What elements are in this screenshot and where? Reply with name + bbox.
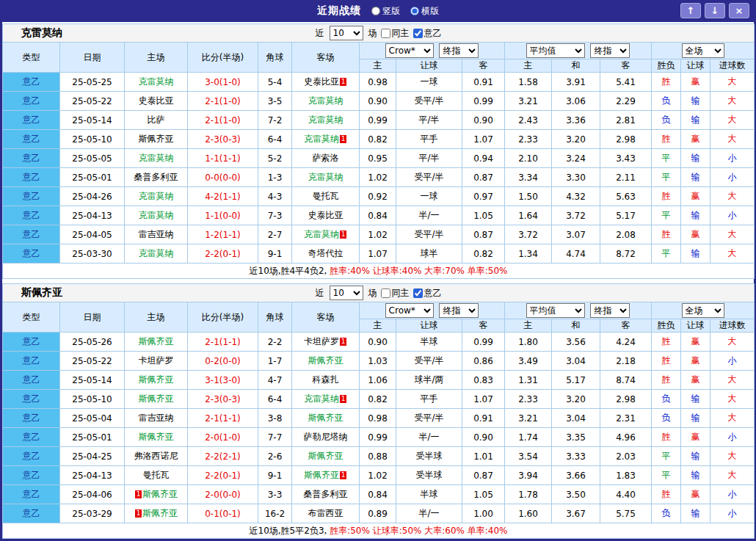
corners-cell: 7-7	[258, 428, 292, 447]
league-filter[interactable]: 意乙	[413, 27, 442, 40]
results-table: 克雷莫纳 近 10 场 同主 意乙	[2, 23, 755, 279]
recent-results-panel: 近期战绩 竖版 横版 ↑ ↓ ×	[0, 0, 756, 541]
away-team-name: 斯佩齐亚	[308, 355, 344, 366]
wdl-result-cell: 胜	[652, 485, 681, 504]
same-home-checkbox[interactable]	[381, 288, 390, 298]
avg-away-cell: 2.31	[600, 409, 652, 428]
date-cell: 25-05-26	[60, 333, 125, 352]
horizontal-layout-radio[interactable]	[410, 7, 419, 15]
league-checkbox[interactable]	[413, 288, 423, 298]
col-header-odds-line: 让球	[396, 319, 462, 333]
same-home-checkbox[interactable]	[381, 29, 390, 38]
handicap-result-cell: 输	[681, 206, 710, 225]
odds-away-cell: 0.99	[462, 333, 505, 352]
close-button[interactable]: ×	[729, 3, 749, 18]
wdl-result-cell: 平	[652, 447, 681, 466]
bookmaker-select[interactable]: Crow*	[385, 303, 434, 318]
league-cell: 意乙	[3, 409, 60, 428]
away-team-cell: 萨勒尼塔纳	[292, 428, 360, 447]
corners-cell: 6-4	[258, 130, 292, 149]
wdl-result-cell: 平	[652, 466, 681, 485]
avg-home-cell: 3.54	[505, 447, 552, 466]
match-count-select[interactable]: 10	[330, 26, 363, 40]
home-team-name: 斯佩齐亚	[139, 393, 174, 404]
same-home-label: 同主	[392, 27, 410, 40]
league-cell: 意乙	[3, 130, 60, 149]
col-header-corners: 角球	[258, 302, 292, 333]
league-cell: 意乙	[3, 485, 60, 504]
same-home-label: 同主	[392, 287, 410, 299]
fulltime-select[interactable]: 全场	[682, 303, 724, 318]
odds-away-cell: 0.91	[462, 409, 505, 428]
handicap-cell: 半/一	[396, 428, 462, 447]
same-home-filter[interactable]: 同主	[381, 27, 410, 40]
col-header-odds-away: 客	[462, 319, 505, 333]
away-team-name: 克雷莫纳	[308, 115, 344, 125]
rank-badge: 1	[340, 78, 346, 86]
avg-stage-select[interactable]: 终指	[590, 43, 630, 58]
away-team-name: 萨索洛	[313, 153, 339, 163]
match-row: 意乙 25-03-29 1斯佩齐亚 0-1(0-1) 16-2 布雷西亚 0.8…	[3, 504, 755, 523]
layout-option-horizontal[interactable]: 横版	[410, 5, 439, 18]
layout-option-vertical[interactable]: 竖版	[371, 5, 400, 18]
avg-home-cell: 3.72	[505, 225, 552, 244]
match-row: 意乙 25-05-05 克雷莫纳 1-1(1-1) 5-2 萨索洛 0.95 平…	[3, 149, 755, 168]
avg-away-cell: 5.41	[600, 73, 652, 92]
goals-result-cell: 小	[710, 168, 755, 187]
wdl-result-cell: 负	[652, 111, 681, 130]
odds-stage-select[interactable]: 终指	[439, 303, 479, 318]
avg-away-cell: 4.96	[600, 428, 652, 447]
league-cell: 意乙	[3, 371, 60, 390]
same-home-filter[interactable]: 同主	[381, 287, 410, 299]
handicap-result-cell: 输	[681, 390, 710, 409]
league-cell: 意乙	[3, 504, 60, 523]
panel-title: 近期战绩	[317, 4, 361, 18]
away-team-name: 克雷莫纳	[304, 134, 339, 144]
avg-home-cell: 1.31	[505, 371, 552, 390]
wdl-result-cell: 平	[652, 149, 681, 168]
wdl-result-cell: 胜	[652, 187, 681, 206]
col-header-cover: 让球	[681, 319, 710, 333]
away-team-name: 桑普多利亚	[304, 489, 348, 499]
score-cell: 2-0(1-0)	[188, 428, 258, 447]
away-team-cell: 曼托瓦	[292, 187, 360, 206]
avg-stage-select[interactable]: 终指	[590, 303, 630, 318]
goals-result-cell: 大	[710, 130, 755, 149]
league-checkbox[interactable]	[413, 29, 423, 38]
avg-away-cell: 3.43	[600, 149, 652, 168]
handicap-result-cell: 输	[681, 504, 710, 523]
home-team-cell: 斯佩齐亚	[125, 333, 188, 352]
rank-badge: 1	[135, 509, 142, 518]
handicap-result-cell: 输	[681, 92, 710, 111]
bookmaker-select[interactable]: Crow*	[385, 43, 434, 58]
wdl-result-cell: 胜	[652, 371, 681, 390]
league-filter[interactable]: 意乙	[413, 287, 442, 299]
average-select[interactable]: 平均值	[526, 303, 585, 318]
odds-stage-select[interactable]: 终指	[439, 43, 479, 58]
home-team-name: 克雷莫纳	[139, 76, 174, 87]
average-select[interactable]: 平均值	[526, 43, 585, 58]
home-team-name: 卡坦萨罗	[139, 355, 174, 366]
match-count-select[interactable]: 10	[330, 286, 363, 300]
away-team-cell: 克雷莫纳1	[292, 130, 360, 149]
rank-badge: 1	[135, 490, 142, 498]
goals-result-cell: 小	[710, 428, 755, 447]
away-team-name: 卡坦萨罗	[304, 336, 339, 346]
corners-cell: 9-1	[258, 244, 292, 264]
home-team-cell: 1斯佩齐亚	[125, 485, 188, 504]
match-row: 意乙 25-05-10 斯佩齐亚 2-3(0-3) 6-4 克雷莫纳1 0.82…	[3, 130, 755, 149]
scroll-up-button[interactable]: ↑	[680, 3, 701, 18]
vertical-layout-radio[interactable]	[371, 7, 380, 15]
home-team-cell: 克雷莫纳	[125, 206, 188, 225]
fulltime-select[interactable]: 全场	[682, 43, 724, 58]
odds-away-cell: 1.07	[462, 130, 505, 149]
col-header-wdl: 胜负	[652, 59, 681, 73]
away-team-name: 科森扎	[313, 374, 339, 385]
odds-home-cell: 1.07	[360, 244, 396, 264]
titlebar: 近期战绩 竖版 横版 ↑ ↓ ×	[2, 0, 754, 22]
goals-result-cell: 小	[710, 206, 755, 225]
odds-home-cell: 0.92	[360, 187, 396, 206]
score-cell: 2-1(1-0)	[188, 111, 258, 130]
handicap-result-cell: 赢	[681, 333, 710, 352]
scroll-down-button[interactable]: ↓	[705, 3, 725, 18]
